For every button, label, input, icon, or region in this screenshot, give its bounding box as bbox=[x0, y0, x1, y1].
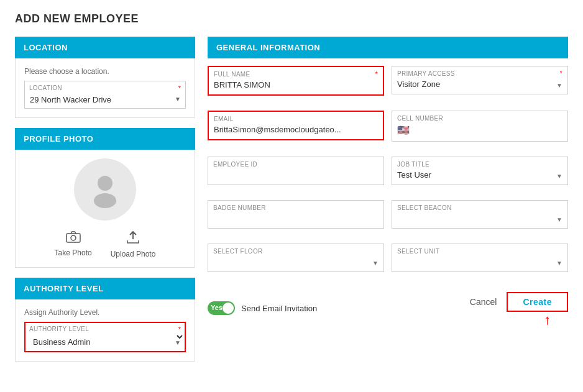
action-buttons-group: Cancel Create ↑ bbox=[470, 287, 568, 327]
form-row-1: FULL NAME * PRIMARY ACCESS * Visitor Zo bbox=[208, 66, 568, 103]
badge-number-field: BADGE NUMBER bbox=[208, 200, 384, 229]
authority-field-label: AUTHORITY LEVEL bbox=[29, 326, 89, 332]
job-title-field: JOB TITLE Test User ▼ bbox=[392, 157, 568, 185]
select-unit-select[interactable] bbox=[392, 255, 567, 271]
svg-point-1 bbox=[94, 193, 116, 208]
send-email-label: Send Email Invitation bbox=[241, 304, 317, 313]
location-header: LOCATION bbox=[15, 37, 195, 58]
authority-level-header: AUTHORITY LEVEL bbox=[15, 278, 195, 299]
select-unit-col: SELECT UNIT ▼ bbox=[392, 244, 568, 280]
full-name-field: FULL NAME * bbox=[208, 66, 384, 96]
toggle-bg: Yes bbox=[208, 301, 235, 315]
full-name-required: * bbox=[375, 71, 378, 78]
take-photo-label: Take Photo bbox=[55, 248, 92, 257]
avatar-person-icon bbox=[86, 171, 124, 208]
authority-label: Assign Authority Level. bbox=[24, 308, 186, 317]
authority-field-group: AUTHORITY LEVEL * Business Admin ▼ bbox=[24, 322, 186, 352]
action-row: Cancel Create bbox=[470, 292, 568, 312]
form-row-5: SELECT FLOOR ▼ SELECT UNIT bbox=[208, 244, 568, 280]
toggle-knob bbox=[223, 303, 234, 314]
job-title-select[interactable]: Test User bbox=[392, 168, 567, 185]
left-panel: LOCATION Please choose a location. LOCAT… bbox=[15, 37, 195, 371]
employee-id-col: EMPLOYEE ID bbox=[208, 157, 384, 193]
select-beacon-label: SELECT BEACON bbox=[397, 204, 452, 211]
send-email-toggle[interactable]: Yes bbox=[208, 301, 235, 315]
primary-access-select[interactable]: Visitor Zone bbox=[392, 77, 567, 94]
page-container: ADD NEW EMPLOYEE LOCATION Please choose … bbox=[0, 0, 583, 392]
primary-access-label: PRIMARY ACCESS bbox=[397, 70, 455, 77]
primary-access-col: PRIMARY ACCESS * Visitor Zone ▼ bbox=[392, 66, 568, 103]
badge-number-col: BADGE NUMBER bbox=[208, 200, 384, 236]
authority-required: * bbox=[178, 326, 181, 333]
full-name-input[interactable] bbox=[209, 78, 383, 94]
camera-icon bbox=[66, 230, 81, 246]
cell-number-col: CELL NUMBER 🇺🇸 bbox=[392, 111, 568, 149]
email-field: EMAIL bbox=[208, 111, 384, 140]
svg-point-0 bbox=[98, 176, 112, 191]
cell-flag: 🇺🇸 bbox=[392, 122, 567, 141]
upload-icon bbox=[126, 230, 140, 247]
photo-actions: Take Photo Upload Photo bbox=[24, 230, 186, 258]
location-section-body: Please choose a location. LOCATION * 29 … bbox=[15, 58, 195, 118]
cell-number-label: CELL NUMBER bbox=[397, 115, 443, 122]
email-col: EMAIL bbox=[208, 111, 384, 149]
avatar bbox=[74, 158, 136, 221]
select-beacon-col: SELECT BEACON ▼ bbox=[392, 200, 568, 236]
email-label: EMAIL bbox=[214, 116, 234, 122]
cancel-button[interactable]: Cancel bbox=[470, 297, 497, 307]
badge-number-label: BADGE NUMBER bbox=[213, 204, 266, 211]
select-beacon-field: SELECT BEACON ▼ bbox=[392, 200, 568, 229]
main-layout: LOCATION Please choose a location. LOCAT… bbox=[15, 37, 568, 371]
arrow-up-icon: ↑ bbox=[544, 313, 551, 327]
profile-photo-header: PROFILE PHOTO bbox=[15, 128, 195, 150]
employee-id-label: EMPLOYEE ID bbox=[213, 161, 257, 168]
job-title-label: JOB TITLE bbox=[397, 161, 429, 168]
employee-id-field: EMPLOYEE ID bbox=[208, 157, 384, 185]
primary-access-field: PRIMARY ACCESS * Visitor Zone ▼ bbox=[392, 66, 568, 94]
location-field-label: LOCATION bbox=[29, 84, 62, 91]
right-panel: GENERAL INFORMATION FULL NAME * bbox=[208, 37, 568, 371]
upload-photo-button[interactable]: Upload Photo bbox=[111, 230, 156, 258]
badge-number-input[interactable] bbox=[208, 211, 383, 228]
profile-photo-section: Take Photo Upload Photo bbox=[15, 150, 195, 268]
page-title: ADD NEW EMPLOYEE bbox=[15, 12, 568, 25]
create-button[interactable]: Create bbox=[507, 292, 568, 312]
svg-point-3 bbox=[71, 235, 76, 240]
svg-rect-2 bbox=[67, 234, 80, 242]
employee-id-input[interactable] bbox=[208, 168, 383, 185]
form-row-4: BADGE NUMBER SELECT BEACON ▼ bbox=[208, 200, 568, 236]
full-name-label: FULL NAME bbox=[214, 71, 250, 78]
select-beacon-select[interactable] bbox=[392, 211, 567, 228]
select-floor-label: SELECT FLOOR bbox=[213, 248, 263, 255]
primary-access-required: * bbox=[560, 70, 562, 77]
location-field-group: LOCATION * 29 North Wacker Drive ▼ bbox=[24, 81, 186, 109]
form-row-2: EMAIL CELL NUMBER 🇺🇸 bbox=[208, 111, 568, 149]
email-input[interactable] bbox=[209, 122, 383, 139]
location-required: * bbox=[178, 84, 181, 92]
select-unit-field: SELECT UNIT ▼ bbox=[392, 244, 568, 272]
send-email-row: Yes Send Email Invitation bbox=[208, 296, 317, 320]
location-label: Please choose a location. bbox=[24, 67, 186, 76]
general-info-header: GENERAL INFORMATION bbox=[208, 37, 568, 58]
bottom-row: Yes Send Email Invitation Cancel Create … bbox=[208, 287, 568, 327]
select-floor-field: SELECT FLOOR ▼ bbox=[208, 244, 384, 272]
authority-level-section-body: Assign Authority Level. AUTHORITY LEVEL … bbox=[15, 299, 195, 362]
full-name-col: FULL NAME * bbox=[208, 66, 384, 103]
job-title-col: JOB TITLE Test User ▼ bbox=[392, 157, 568, 193]
cell-number-field: CELL NUMBER 🇺🇸 bbox=[392, 111, 568, 142]
select-floor-col: SELECT FLOOR ▼ bbox=[208, 244, 384, 280]
arrow-indicator: ↑ bbox=[544, 313, 568, 327]
toggle-yes-label: Yes bbox=[211, 304, 223, 311]
form-row-3: EMPLOYEE ID JOB TITLE Test User ▼ bbox=[208, 157, 568, 193]
select-unit-label: SELECT UNIT bbox=[397, 248, 439, 255]
take-photo-button[interactable]: Take Photo bbox=[55, 230, 92, 258]
select-floor-select[interactable] bbox=[208, 255, 383, 271]
upload-photo-label: Upload Photo bbox=[111, 250, 156, 258]
